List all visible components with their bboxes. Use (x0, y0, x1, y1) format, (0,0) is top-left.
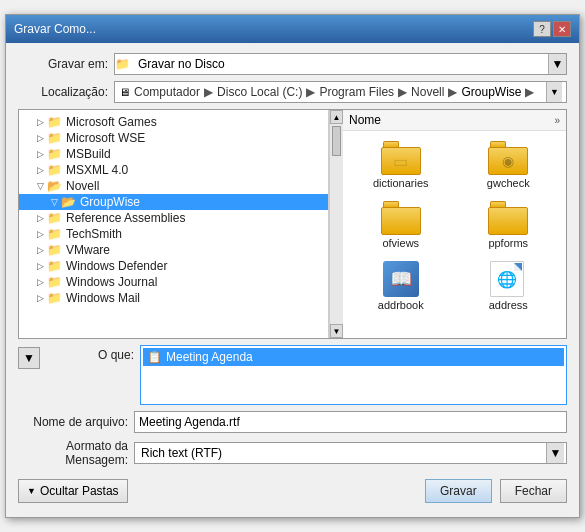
loc-groupwise: GroupWise (461, 85, 521, 99)
file-item-addrbook[interactable]: 📖 addrbook (349, 257, 453, 315)
format-select[interactable]: Rich text (RTF) ▼ (134, 442, 567, 464)
files-sort-arrows[interactable]: » (554, 115, 560, 126)
folder-icon-msxml: 📁 (47, 163, 63, 177)
file-item-ppforms[interactable]: ppforms (457, 197, 561, 253)
expand-microsoft-games[interactable]: ▷ (33, 115, 47, 129)
tree-item-techsmith[interactable]: ▷ 📁 TechSmith (19, 226, 328, 242)
expand-microsoft-wse[interactable]: ▷ (33, 131, 47, 145)
tree-item-reference[interactable]: ▷ 📁 Reference Assemblies (19, 210, 328, 226)
format-dropdown-arrow[interactable]: ▼ (546, 443, 564, 463)
icon-address: 🌐 (490, 261, 526, 297)
folder-icon-dictionaries: ▭ (381, 141, 421, 175)
tree-label-winjournal: Windows Journal (66, 275, 157, 289)
loc-disco: Disco Local (C:) (217, 85, 302, 99)
tree-item-windefender[interactable]: ▷ 📁 Windows Defender (19, 258, 328, 274)
location-dropdown-arrow[interactable]: ▼ (546, 82, 562, 102)
file-item-ofviews[interactable]: ofviews (349, 197, 453, 253)
bottom-left: ▼ Ocultar Pastas (18, 479, 128, 503)
tree-item-msxml[interactable]: ▷ 📁 MSXML 4.0 (19, 162, 328, 178)
tree-label-novell: Novell (66, 179, 99, 193)
folder-icon-ofviews (381, 201, 421, 235)
save-in-label: Gravar em: (18, 57, 108, 71)
location-computer-icon: 🖥 (119, 86, 130, 98)
folder-icon-microsoft-games: 📁 (47, 115, 63, 129)
tree-item-microsoft-wse[interactable]: ▷ 📁 Microsoft WSE (19, 130, 328, 146)
tree-item-vmware[interactable]: ▷ 📁 VMware (19, 242, 328, 258)
file-item-address[interactable]: 🌐 address (457, 257, 561, 315)
dialog-body: Gravar em: 📁 Gravar no Disco ▼ Localizaç… (6, 43, 579, 517)
expand-reference[interactable]: ▷ (33, 211, 47, 225)
tree-item-microsoft-games[interactable]: ▷ 📁 Microsoft Games (19, 114, 328, 130)
tree-label-winmail: Windows Mail (66, 291, 140, 305)
tree-scroll-track[interactable] (330, 124, 343, 324)
file-label-ofviews: ofviews (382, 237, 419, 249)
tree-scroll-down[interactable]: ▼ (330, 324, 343, 338)
tree-scrollbar[interactable]: ▲ ▼ (329, 110, 343, 338)
save-in-combo[interactable]: 📁 Gravar no Disco ▼ (114, 53, 567, 75)
tree-label-reference: Reference Assemblies (66, 211, 185, 225)
location-row: Localização: 🖥 Computador ▶ Disco Local … (18, 81, 567, 103)
file-label-address: address (489, 299, 528, 311)
filename-input[interactable] (134, 411, 567, 433)
icon-addrbook: 📖 (383, 261, 419, 297)
file-label-ppforms: ppforms (488, 237, 528, 249)
tree-item-winmail[interactable]: ▷ 📁 Windows Mail (19, 290, 328, 306)
loc-programfiles: Program Files (319, 85, 394, 99)
folder-icon-winmail: 📁 (47, 291, 63, 305)
tree-scroll-thumb[interactable] (332, 126, 341, 156)
folder-icon-vmware: 📁 (47, 243, 63, 257)
hide-folders-label: Ocultar Pastas (40, 484, 119, 498)
help-button[interactable]: ? (533, 21, 551, 37)
tree-label-msbuild: MSBuild (66, 147, 111, 161)
tree-item-groupwise[interactable]: ▽ 📂 GroupWise (19, 194, 328, 210)
tree-scroll-up[interactable]: ▲ (330, 110, 343, 124)
loc-computador: Computador (134, 85, 200, 99)
tree-item-msbuild[interactable]: ▷ 📁 MSBuild (19, 146, 328, 162)
close-button-bottom[interactable]: Fechar (500, 479, 567, 503)
tree-label-microsoft-wse: Microsoft WSE (66, 131, 145, 145)
save-in-dropdown-arrow[interactable]: ▼ (548, 54, 566, 74)
hide-folders-button[interactable]: ▼ Ocultar Pastas (18, 479, 128, 503)
bottom-bar: ▼ Ocultar Pastas Gravar Fechar (18, 473, 567, 507)
title-bar-buttons: ? ✕ (533, 21, 571, 37)
expand-msbuild[interactable]: ▷ (33, 147, 47, 161)
files-pane: Nome » ▭ dictionaries (343, 110, 566, 338)
expand-winmail[interactable]: ▷ (33, 291, 47, 305)
folder-icon-ppforms (488, 201, 528, 235)
file-item-dictionaries[interactable]: ▭ dictionaries (349, 137, 453, 193)
bottom-right: Gravar Fechar (425, 479, 567, 503)
filename-label: Nome de arquivo: (18, 415, 128, 429)
what-dropdown-button[interactable]: ▼ (18, 347, 40, 369)
location-bar[interactable]: 🖥 Computador ▶ Disco Local (C:) ▶ Progra… (114, 81, 567, 103)
folder-icon-reference: 📁 (47, 211, 63, 225)
what-content[interactable]: 📋 Meeting Agenda (140, 345, 567, 405)
folder-icon-msbuild: 📁 (47, 147, 63, 161)
folder-icon-techsmith: 📁 (47, 227, 63, 241)
expand-winjournal[interactable]: ▷ (33, 275, 47, 289)
filename-row: Nome de arquivo: (18, 411, 567, 433)
expand-windefender[interactable]: ▷ (33, 259, 47, 273)
format-value: Rich text (RTF) (137, 446, 222, 460)
expand-groupwise[interactable]: ▽ (47, 195, 61, 209)
what-item-icon: 📋 (147, 350, 162, 364)
expand-msxml[interactable]: ▷ (33, 163, 47, 177)
hide-folders-arrow: ▼ (27, 486, 36, 496)
folder-icon-winjournal: 📁 (47, 275, 63, 289)
expand-techsmith[interactable]: ▷ (33, 227, 47, 241)
tree-pane[interactable]: ▷ 📁 Microsoft Games ▷ 📁 Microsoft WSE ▷ … (19, 110, 329, 338)
close-button[interactable]: ✕ (553, 21, 571, 37)
expand-novell[interactable]: ▽ (33, 179, 47, 193)
save-button[interactable]: Gravar (425, 479, 492, 503)
what-item-meeting-agenda[interactable]: 📋 Meeting Agenda (143, 348, 564, 366)
tree-item-winjournal[interactable]: ▷ 📁 Windows Journal (19, 274, 328, 290)
location-label: Localização: (18, 85, 108, 99)
tree-item-novell[interactable]: ▽ 📂 Novell (19, 178, 328, 194)
file-item-gwcheck[interactable]: ◉ gwcheck (457, 137, 561, 193)
tree-label-msxml: MSXML 4.0 (66, 163, 128, 177)
expand-vmware[interactable]: ▷ (33, 243, 47, 257)
tree-label-windefender: Windows Defender (66, 259, 167, 273)
folder-icon-gwcheck: ◉ (488, 141, 528, 175)
save-in-row: Gravar em: 📁 Gravar no Disco ▼ (18, 53, 567, 75)
file-label-addrbook: addrbook (378, 299, 424, 311)
loc-novell: Novell (411, 85, 444, 99)
